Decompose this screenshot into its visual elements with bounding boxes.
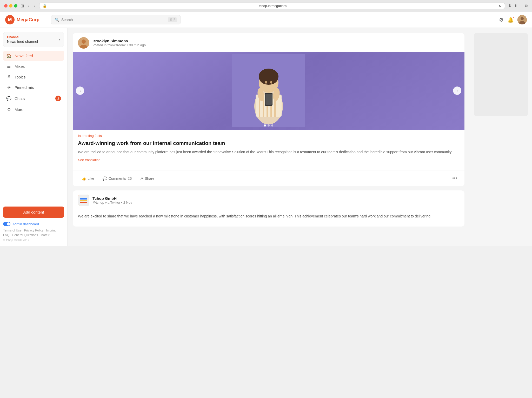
gear-icon: ⚙: [499, 17, 504, 23]
user-avatar[interactable]: [517, 15, 527, 24]
post-author-avatar: [78, 37, 89, 49]
terms-link[interactable]: Terms of Use: [3, 229, 22, 232]
post-header-2: Tchop GmbH @tchop via Twitter • 2 Nov: [73, 190, 464, 209]
post-category: Interesting facts: [78, 134, 459, 138]
forward-button[interactable]: ›: [32, 3, 36, 9]
sidebar-footer: Admin dashboard Terms of Use Privacy Pol…: [3, 218, 64, 242]
tchop-author-name: Tchop GmbH: [92, 196, 132, 201]
logo[interactable]: M MegaCorp: [5, 15, 47, 24]
share-button[interactable]: ⬆: [514, 3, 517, 8]
tchop-logo: [78, 195, 89, 206]
right-panel: [470, 28, 532, 246]
browser-actions: ⬇ ⬆ + ⧉: [508, 3, 528, 8]
lock-icon: 🔒: [43, 4, 47, 8]
tchop-avatar: [78, 195, 89, 206]
post-text-2: We are excited to share that we have rea…: [78, 213, 459, 219]
post-meta: Posted in "Newsroom" • 30 min ago: [92, 43, 146, 47]
reload-icon[interactable]: ↻: [499, 4, 502, 8]
copyright: © tchop GmbH 2017: [3, 238, 64, 242]
privacy-link[interactable]: Privacy Policy: [24, 229, 44, 232]
svg-point-16: [259, 72, 278, 85]
sidebar-item-topics[interactable]: # Topics: [3, 72, 64, 82]
admin-dashboard-label: Admin dashboard: [12, 222, 39, 226]
post-card-2: Tchop GmbH @tchop via Twitter • 2 Nov We…: [73, 190, 464, 226]
settings-button[interactable]: ⚙: [499, 17, 504, 23]
sidebar-item-more[interactable]: ⊙ More: [3, 104, 64, 115]
comments-button[interactable]: 💬 Comments 26: [99, 174, 135, 183]
post-title: Award-winning work from our internal com…: [78, 140, 459, 147]
search-input[interactable]: [61, 18, 166, 22]
header-actions: ⚙ 🔔: [499, 15, 527, 24]
like-button[interactable]: 👍 Like: [78, 174, 98, 183]
like-label: Like: [88, 176, 94, 181]
faq-link[interactable]: FAQ: [3, 233, 9, 237]
carousel-prev-button[interactable]: ‹: [76, 87, 84, 95]
search-icon: 🔍: [55, 18, 59, 22]
hashtag-icon: #: [6, 75, 11, 79]
post-body-2: We are excited to share that we have rea…: [73, 209, 464, 226]
carousel-dot: [264, 124, 266, 127]
content-area: Brooklyn Simmons Posted in "Newsroom" • …: [68, 28, 470, 246]
sidebar-item-pinned-mix[interactable]: ✈ Pinned mix: [3, 82, 64, 92]
thumbs-up-icon: 👍: [82, 176, 86, 181]
post-author-info: Brooklyn Simmons Posted in "Newsroom" • …: [92, 39, 146, 47]
search-shortcut: ⌘ F: [168, 17, 177, 22]
post-text: We are thrilled to announce that our com…: [78, 149, 459, 155]
general-questions-link[interactable]: General Questions: [12, 233, 38, 237]
channel-label: Channel: [7, 35, 38, 39]
svg-point-1: [521, 17, 524, 20]
chevron-down-icon: ▾: [59, 38, 60, 41]
download-button[interactable]: ⬇: [508, 3, 511, 8]
search-bar[interactable]: 🔍 ⌘ F: [51, 15, 181, 24]
right-panel-placeholder: [474, 33, 528, 116]
svg-point-17: [265, 81, 267, 84]
svg-rect-26: [80, 198, 87, 200]
back-button[interactable]: ‹: [27, 3, 30, 9]
maximize-button[interactable]: [14, 4, 17, 8]
address-bar[interactable]: 🔒 tchop.io/megacorp ↻: [39, 3, 505, 9]
carousel-next-button[interactable]: ›: [453, 87, 461, 95]
more-icon: ⊙: [6, 107, 11, 112]
minimize-button[interactable]: [9, 4, 12, 8]
carousel-dot: [268, 124, 270, 127]
home-icon: 🏠: [6, 53, 11, 58]
app-container: M MegaCorp 🔍 ⌘ F ⚙ 🔔: [0, 12, 532, 246]
chat-icon: 💬: [6, 96, 11, 101]
sidebar-item-mixes[interactable]: ☰ Mixes: [3, 61, 64, 71]
svg-rect-20: [265, 94, 272, 105]
close-button[interactable]: [4, 4, 8, 8]
sidebar-item-news-feed[interactable]: 🏠 News feed: [3, 51, 64, 61]
comments-label: Comments: [109, 176, 126, 181]
tabs-button[interactable]: ⧉: [525, 4, 528, 8]
post-actions: 👍 Like 💬 Comments 26 ↗ Share •••: [73, 170, 464, 186]
channel-selector[interactable]: Channel News feed channel ▾: [3, 32, 64, 47]
post-header: Brooklyn Simmons Posted in "Newsroom" • …: [73, 33, 464, 52]
sidebar: Channel News feed channel ▾ 🏠 News feed …: [0, 28, 68, 246]
more-actions-button[interactable]: •••: [450, 174, 459, 183]
sidebar-toggle[interactable]: ⊞: [21, 3, 24, 8]
channel-name: News feed channel: [7, 39, 38, 44]
see-translation-link[interactable]: See translation: [78, 158, 459, 162]
notifications-button[interactable]: 🔔: [507, 17, 514, 23]
add-content-button[interactable]: Add content: [3, 207, 64, 218]
admin-dashboard-link[interactable]: Admin dashboard: [3, 222, 64, 226]
share-label: Share: [145, 176, 154, 181]
toggle-icon: [3, 222, 10, 226]
comment-icon: 💬: [103, 176, 107, 181]
chevron-down-small-icon: ▾: [48, 233, 50, 237]
sidebar-item-label: Pinned mix: [15, 85, 34, 90]
footer-more-link[interactable]: More ▾: [41, 233, 50, 237]
post-card: Brooklyn Simmons Posted in "Newsroom" • …: [73, 33, 464, 186]
sidebar-item-label: More: [15, 107, 23, 112]
sidebar-item-label: Chats: [15, 96, 25, 101]
logo-name: MegaCorp: [17, 17, 39, 23]
post-image-bg: [73, 52, 464, 130]
new-tab-button[interactable]: +: [520, 4, 522, 8]
share-button[interactable]: ↗ Share: [136, 174, 158, 183]
browser-nav: ‹ ›: [27, 3, 36, 9]
sidebar-item-chats[interactable]: 💬 Chats 2: [3, 93, 64, 104]
imprint-link[interactable]: Imprint: [46, 229, 56, 232]
url-display: tchop.io/megacorp: [48, 4, 497, 8]
svg-rect-25: [80, 200, 87, 201]
share-icon: ↗: [140, 176, 143, 181]
